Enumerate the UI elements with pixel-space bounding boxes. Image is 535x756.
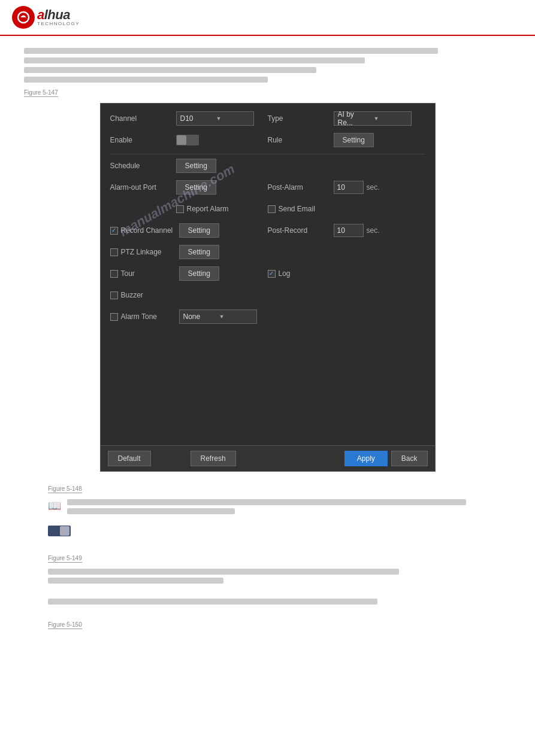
rule-control: Setting (334, 133, 425, 147)
post-alarm-unit: sec. (367, 183, 380, 192)
report-alarm-control: Report Alarm (176, 205, 268, 213)
send-email-col: Send Email (268, 205, 425, 213)
enable-toggle[interactable] (176, 135, 199, 145)
post-alarm-col: Post-Alarm sec. (268, 181, 425, 194)
send-email-checkbox-wrap[interactable]: Send Email (268, 205, 315, 213)
ptz-linkage-checkbox-wrap[interactable]: PTZ Linkage (110, 248, 179, 256)
note-line-5 (48, 599, 377, 605)
enable-col: Enable (110, 135, 268, 145)
spacer-1 (48, 541, 487, 553)
record-channel-setting-button[interactable]: Setting (179, 223, 219, 238)
channel-type-row: Channel D10 ▼ Type AI by Re... (110, 111, 425, 126)
channel-dropdown[interactable]: D10 ▼ (176, 111, 254, 126)
channel-label: Channel (110, 114, 176, 123)
dialog-wrapper: manualmachine.com Channel D10 ▼ (100, 103, 436, 472)
channel-value: D10 (180, 114, 214, 123)
channel-control: D10 ▼ (176, 111, 268, 126)
dialog-footer: Default Refresh Apply Back (101, 445, 435, 471)
note-line-2 (67, 508, 235, 514)
log-checkbox[interactable] (268, 270, 276, 278)
enable-label: Enable (110, 136, 176, 144)
report-send-row: Report Alarm Send Email (110, 201, 425, 217)
type-dropdown[interactable]: AI by Re... ▼ (334, 111, 412, 126)
log-label: Log (279, 269, 291, 278)
tour-checkbox-wrap[interactable]: Tour (110, 269, 179, 278)
note-section: Figure 5-148 📖 Figure 5-149 Figure 5-150 (24, 484, 511, 635)
note-line-3 (48, 569, 399, 575)
type-label: Type (268, 114, 334, 123)
ptz-linkage-setting-button[interactable]: Setting (179, 245, 219, 259)
body-text-block (24, 48, 511, 83)
post-record-unit: sec. (367, 226, 380, 235)
rule-col: Rule Setting (268, 133, 425, 147)
buzzer-checkbox-wrap[interactable]: Buzzer (110, 291, 143, 299)
toggle-thumb (177, 135, 186, 145)
rule-label: Rule (268, 136, 334, 144)
alarm-out-row: Alarm-out Port Setting Post-Alarm sec. (110, 180, 425, 195)
channel-arrow-icon: ▼ (216, 116, 250, 122)
ptz-linkage-row: PTZ Linkage Setting (110, 244, 425, 260)
send-email-checkbox[interactable] (268, 205, 276, 213)
header: alhua TECHNOLOGY (0, 0, 535, 36)
schedule-label: Schedule (110, 162, 176, 170)
type-value: AI by Re... (338, 110, 371, 127)
type-col: Type AI by Re... ▼ (268, 111, 425, 126)
record-channel-label: Record Channel (121, 226, 173, 235)
post-record-input[interactable] (334, 224, 364, 237)
type-arrow-icon: ▼ (374, 116, 407, 122)
page-content: Figure 5-147 manualmachine.com Channel D… (0, 36, 535, 647)
report-alarm-checkbox-wrap[interactable]: Report Alarm (176, 205, 229, 213)
tour-checkbox[interactable] (110, 270, 118, 278)
alarm-tone-dropdown[interactable]: None ▼ (179, 309, 257, 324)
default-button[interactable]: Default (108, 451, 151, 466)
tour-log-row: Tour Setting Log (110, 266, 425, 281)
tour-label: Tour (121, 269, 135, 278)
alarm-tone-checkbox-wrap[interactable]: Alarm Tone (110, 312, 179, 321)
section-label-note2: Figure 5-149 (48, 555, 82, 563)
post-record-col: Post-Record sec. (268, 224, 425, 237)
buzzer-row: Buzzer (110, 287, 425, 303)
report-alarm-label: Report Alarm (187, 205, 229, 213)
report-alarm-checkbox[interactable] (176, 205, 184, 213)
note-toggle-area (48, 526, 71, 536)
note-toggle-switch[interactable] (48, 526, 71, 536)
log-col: Log (268, 269, 425, 278)
log-checkbox-wrap[interactable]: Log (268, 269, 291, 278)
back-button[interactable]: Back (391, 451, 428, 466)
record-channel-col: Record Channel Setting (110, 223, 268, 238)
rule-setting-button[interactable]: Setting (334, 133, 374, 147)
schedule-control: Setting (176, 159, 425, 173)
record-channel-checkbox[interactable] (110, 227, 118, 235)
record-channel-row: Record Channel Setting Post-Record sec. (110, 223, 425, 238)
ptz-linkage-checkbox[interactable] (110, 248, 118, 256)
section-label-note3: Figure 5-150 (48, 621, 82, 629)
logo-a-letter: a (37, 7, 44, 22)
send-email-label: Send Email (279, 205, 315, 213)
alarm-out-col: Alarm-out Port Setting (110, 180, 268, 195)
empty-space (110, 330, 425, 438)
logo: alhua TECHNOLOGY (12, 6, 80, 29)
spacer-3 (48, 608, 487, 620)
record-channel-control: Setting (179, 223, 268, 238)
tour-setting-button[interactable]: Setting (179, 266, 219, 281)
logo-icon (12, 6, 35, 29)
alarm-out-setting-button[interactable]: Setting (176, 180, 216, 195)
post-alarm-input[interactable] (334, 181, 364, 194)
type-control: AI by Re... ▼ (334, 111, 425, 126)
post-alarm-label: Post-Alarm (268, 183, 334, 192)
schedule-row: Schedule Setting (110, 158, 425, 174)
alarm-out-control: Setting (176, 180, 268, 195)
ptz-linkage-label: PTZ Linkage (121, 248, 162, 256)
section-label-top: Figure 5-147 (24, 89, 58, 97)
alarm-tone-row: Alarm Tone None ▼ (110, 309, 425, 324)
apply-button[interactable]: Apply (344, 451, 388, 466)
dialog: Channel D10 ▼ Type AI by Re... (100, 103, 436, 472)
refresh-button[interactable]: Refresh (191, 451, 236, 466)
alarm-tone-checkbox[interactable] (110, 313, 118, 321)
schedule-setting-button[interactable]: Setting (176, 159, 216, 173)
alarm-tone-arrow-icon: ▼ (219, 314, 253, 320)
note-toggle-thumb (60, 526, 69, 536)
post-record-label: Post-Record (268, 226, 334, 235)
record-channel-checkbox-wrap[interactable]: Record Channel (110, 226, 179, 235)
buzzer-checkbox[interactable] (110, 292, 118, 299)
